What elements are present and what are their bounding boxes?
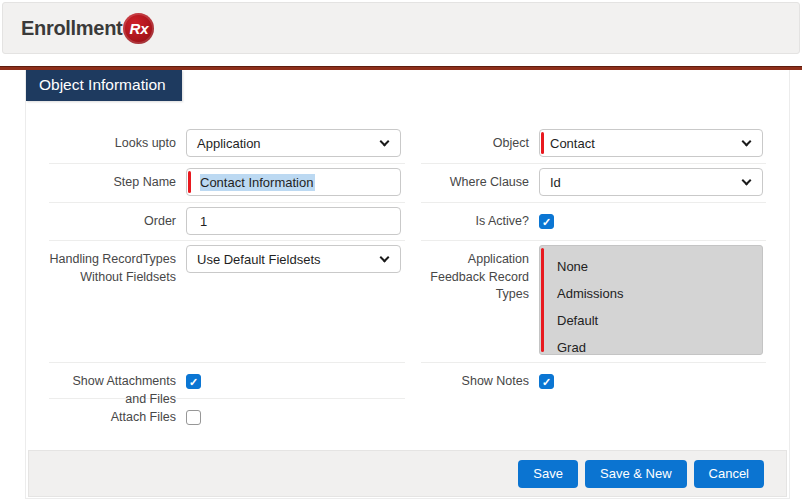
chevron-down-icon [380,253,390,263]
action-footer: Save Save & New Cancel [28,450,787,497]
field-label: Show Notes [421,363,529,398]
chevron-down-icon [742,176,752,186]
form-row-is-active: Is Active? ✓ [421,202,766,240]
chevron-down-icon [742,137,752,147]
app-header: Enrollment Rx [2,2,800,54]
save-and-new-button[interactable]: Save & New [585,460,687,488]
feedback-record-types-listbox[interactable]: None Admissions Default Grad [539,245,763,355]
content-card: Object Information Looks upto Applicatio… [25,70,790,499]
listbox-option[interactable]: None [540,253,762,280]
where-clause-select[interactable]: Id [539,168,763,196]
field-label: Is Active? [421,203,529,240]
check-icon: ✓ [542,215,551,229]
field-label: Step Name [49,164,176,202]
page-title: Object Information [26,70,182,101]
object-select[interactable]: Contact [539,129,763,157]
field-label: Looks upto [49,125,176,163]
is-active-checkbox[interactable]: ✓ [539,214,554,229]
listbox-option[interactable]: Admissions [540,280,762,307]
form-row-looks-upto: Looks upto Application [49,125,405,163]
field-label: Attach Files [49,399,176,435]
save-button[interactable]: Save [518,460,578,488]
form-row-object: Object Contact [421,125,766,163]
input-value-selected: Contact Information [200,174,315,191]
select-value: Use Default Fieldsets [197,252,321,267]
listbox-option[interactable]: Grad [540,334,762,355]
brand-rx-icon: Rx [123,13,154,44]
form-row-order: Order 1 [49,202,405,240]
form-row-step-name: Step Name Contact Information [49,163,405,202]
form-row-attach-files: Attach Files ✓ [49,398,405,435]
attach-files-checkbox[interactable]: ✓ [186,410,201,425]
select-value: Id [550,175,561,190]
field-label: Application Feedback Record Types [421,241,529,362]
input-value: 1 [200,214,207,229]
select-value: Contact [550,136,595,151]
field-label: Order [49,203,176,240]
form-row-handling-recordtypes: Handling RecordTypes Without Fieldsets U… [49,240,405,362]
order-input[interactable]: 1 [186,207,401,235]
form-row-show-attachments: Show Attachments and Files ✓ [49,362,405,398]
check-icon: ✓ [542,375,551,389]
form-row-where-clause: Where Clause Id [421,163,766,202]
form: Looks upto Application Step Name Contact… [26,125,789,435]
brand-text: Enrollment [21,17,122,40]
field-label: Handling RecordTypes Without Fieldsets [49,241,176,362]
looks-upto-select[interactable]: Application [186,129,401,157]
handling-recordtypes-select[interactable]: Use Default Fieldsets [186,245,401,273]
step-name-input[interactable]: Contact Information [186,168,401,196]
field-label: Show Attachments and Files [49,363,176,398]
listbox-option[interactable]: Default [540,307,762,334]
chevron-down-icon [380,137,390,147]
show-attachments-checkbox[interactable]: ✓ [186,374,201,389]
check-icon: ✓ [189,375,198,389]
show-notes-checkbox[interactable]: ✓ [539,374,554,389]
form-row-show-notes: Show Notes ✓ [421,362,766,398]
form-column-right: Object Contact Where Clause Id [421,125,766,435]
field-label: Where Clause [421,164,529,202]
cancel-button[interactable]: Cancel [694,460,764,488]
form-row-feedback-record-types: Application Feedback Record Types None A… [421,240,766,362]
field-label: Object [421,125,529,163]
brand-logo: Enrollment Rx [21,13,154,44]
form-column-left: Looks upto Application Step Name Contact… [49,125,405,435]
select-value: Application [197,136,261,151]
